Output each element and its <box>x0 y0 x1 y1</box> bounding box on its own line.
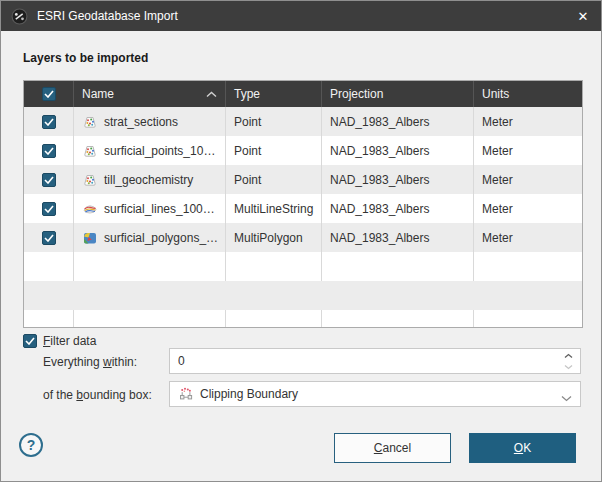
points-layer-icon <box>82 114 98 130</box>
layer-units-cell: Meter <box>474 165 582 194</box>
select-all-header[interactable] <box>24 81 74 107</box>
table-row[interactable]: surficial_lines_100… MultiLineString NAD… <box>24 194 582 223</box>
empty-table-row <box>24 252 582 281</box>
layer-projection-cell <box>322 310 474 328</box>
layer-type-cell: MultiPolygon <box>226 223 322 252</box>
table-body: strat_sections Point NAD_1983_Albers Met… <box>24 107 582 328</box>
layer-projection-cell <box>322 281 474 310</box>
layer-type: MultiLineString <box>234 202 313 216</box>
layer-projection: NAD_1983_Albers <box>330 173 429 187</box>
layer-projection: NAD_1983_Albers <box>330 202 429 216</box>
layer-projection-cell: NAD_1983_Albers <box>322 107 474 136</box>
layer-name: surficial_points_10… <box>104 144 215 158</box>
column-header-type-label: Type <box>234 87 260 101</box>
table-row[interactable]: till_geochemistry Point NAD_1983_Albers … <box>24 165 582 194</box>
row-checkbox-cell <box>24 281 74 310</box>
table-row[interactable]: surficial_polygons_… MultiPolygon NAD_19… <box>24 223 582 252</box>
help-button[interactable]: ? <box>19 433 43 457</box>
spinner <box>558 350 578 372</box>
layer-type-cell: Point <box>226 136 322 165</box>
layer-projection-cell: NAD_1983_Albers <box>322 194 474 223</box>
layer-type-cell <box>226 310 322 328</box>
layer-projection-cell <box>322 252 474 281</box>
select-all-checkbox[interactable] <box>42 87 56 101</box>
row-checkbox[interactable] <box>42 144 56 158</box>
close-icon[interactable]: ✕ <box>565 1 601 31</box>
layer-name-cell: surficial_lines_100… <box>74 194 226 223</box>
table-row[interactable]: strat_sections Point NAD_1983_Albers Met… <box>24 107 582 136</box>
row-checkbox-cell <box>24 252 74 281</box>
layer-name-cell: till_geochemistry <box>74 165 226 194</box>
layer-units-cell <box>474 281 582 310</box>
table-header-row: Name Type Projection Units <box>24 81 582 107</box>
spin-down-icon[interactable] <box>564 361 573 372</box>
empty-table-row <box>24 310 582 328</box>
layer-type-cell <box>226 252 322 281</box>
layer-projection: NAD_1983_Albers <box>330 115 429 129</box>
layer-units-cell <box>474 252 582 281</box>
layer-units: Meter <box>482 115 513 129</box>
layer-projection: NAD_1983_Albers <box>330 231 429 245</box>
row-checkbox[interactable] <box>42 231 56 245</box>
bounding-box-dropdown[interactable]: Clipping Boundary <box>169 381 581 407</box>
layer-name-cell <box>74 281 226 310</box>
table-row[interactable]: surficial_points_10… Point NAD_1983_Albe… <box>24 136 582 165</box>
chevron-down-icon <box>561 391 572 405</box>
cancel-button[interactable]: Cancel <box>334 433 451 463</box>
row-checkbox-cell <box>24 194 74 223</box>
layer-type: Point <box>234 144 261 158</box>
ok-button[interactable]: OK <box>469 433 576 463</box>
row-checkbox[interactable] <box>42 202 56 216</box>
layer-units-cell: Meter <box>474 194 582 223</box>
layer-units-cell: Meter <box>474 107 582 136</box>
layer-units: Meter <box>482 202 513 216</box>
column-header-units-label: Units <box>482 87 509 101</box>
column-header-projection-label: Projection <box>330 87 383 101</box>
row-checkbox-cell <box>24 310 74 328</box>
window-title: ESRI Geodatabase Import <box>37 9 178 23</box>
filter-data-checkbox[interactable] <box>23 334 37 348</box>
layer-name: till_geochemistry <box>104 173 193 187</box>
row-checkbox-cell <box>24 223 74 252</box>
layers-table: Name Type Projection Units <box>23 80 583 328</box>
row-checkbox-cell <box>24 107 74 136</box>
layer-type: Point <box>234 115 261 129</box>
spin-up-icon[interactable] <box>564 350 573 361</box>
everything-within-input[interactable] <box>170 349 580 373</box>
layer-name-cell: strat_sections <box>74 107 226 136</box>
filter-data-label: Filter data <box>43 334 96 348</box>
layer-name-cell: surficial_polygons_… <box>74 223 226 252</box>
layer-type-cell: Point <box>226 107 322 136</box>
layer-name-cell <box>74 252 226 281</box>
points-layer-icon <box>82 143 98 159</box>
layer-name: surficial_polygons_… <box>104 231 218 245</box>
layer-name-cell <box>74 310 226 328</box>
layer-type-cell <box>226 281 322 310</box>
row-checkbox-cell <box>24 136 74 165</box>
everything-within-label: Everything within: <box>43 355 137 369</box>
column-header-units[interactable]: Units <box>474 81 582 107</box>
layer-projection-cell: NAD_1983_Albers <box>322 136 474 165</box>
column-header-projection[interactable]: Projection <box>322 81 474 107</box>
layer-units: Meter <box>482 231 513 245</box>
layer-type-cell: MultiLineString <box>226 194 322 223</box>
layer-units: Meter <box>482 144 513 158</box>
empty-table-row <box>24 281 582 310</box>
column-header-name[interactable]: Name <box>74 81 226 107</box>
layer-name-cell: surficial_points_10… <box>74 136 226 165</box>
layer-name: surficial_lines_100… <box>104 202 215 216</box>
lines-layer-icon <box>82 201 98 217</box>
row-checkbox-cell <box>24 165 74 194</box>
bounding-box-label: of the bounding box: <box>43 388 152 402</box>
layer-units-cell: Meter <box>474 136 582 165</box>
filter-data-checkbox-row[interactable]: Filter data <box>23 334 96 348</box>
everything-within-field <box>169 348 581 374</box>
layer-name: strat_sections <box>104 115 178 129</box>
title-bar: ESRI Geodatabase Import ✕ <box>1 1 601 31</box>
layer-type: Point <box>234 173 261 187</box>
row-checkbox[interactable] <box>42 173 56 187</box>
column-header-type[interactable]: Type <box>226 81 322 107</box>
clipping-boundary-icon <box>178 386 194 402</box>
layer-units-cell: Meter <box>474 223 582 252</box>
row-checkbox[interactable] <box>42 115 56 129</box>
